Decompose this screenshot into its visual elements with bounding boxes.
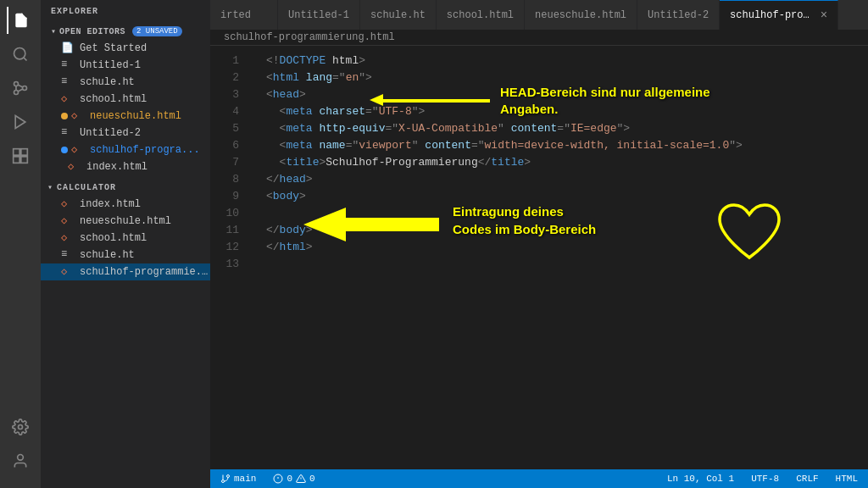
file-name: Untitled-2 [80, 127, 141, 139]
tab-bar: irted Untitled-1 schule.ht school.html n… [210, 0, 868, 30]
cursor-position-item[interactable]: Ln 10, Col 1 [664, 474, 737, 484]
file-name: Untitled-1 [80, 59, 141, 71]
code-line-9: <body> [266, 188, 868, 205]
line-numbers: 1 2 3 4 5 6 7 8 9 10 11 12 13 [210, 46, 253, 469]
encoding-label: UTF-8 [751, 474, 779, 484]
code-line-1: <!DOCTYPE html> [266, 53, 868, 69]
encoding-item[interactable]: UTF-8 [748, 474, 782, 484]
file-name: schulhof-programmie... [80, 266, 210, 278]
source-control-icon[interactable] [7, 75, 34, 102]
line-ending-item[interactable]: CRLF [793, 474, 821, 484]
code-editor[interactable]: 1 2 3 4 5 6 7 8 9 10 11 12 13 <!DOCTYPE … [210, 46, 868, 469]
line-num: 13 [210, 256, 239, 273]
tab-irted[interactable]: irted [210, 0, 278, 30]
list-item[interactable]: ≡ schule.ht [41, 74, 210, 91]
breadcrumb: schulhof-programmierung.html [210, 30, 868, 46]
file-name: index.html [86, 161, 147, 173]
code-content[interactable]: <!DOCTYPE html> <html lang="en"> <head> … [253, 46, 868, 469]
file-name: school.html [80, 93, 147, 105]
warning-icon [296, 474, 306, 484]
tab-schulhof[interactable]: schulhof-programmierung.html × [720, 0, 838, 30]
svg-point-11 [18, 455, 24, 461]
list-item[interactable]: ≡ Untitled-1 [41, 57, 210, 74]
svg-point-10 [19, 425, 23, 430]
code-line-13 [266, 256, 868, 273]
file-name: schule.ht [80, 249, 135, 261]
line-num: 7 [210, 154, 239, 171]
git-icon [220, 474, 231, 484]
tab-label: neueschule.html [535, 9, 626, 21]
svg-rect-7 [21, 149, 28, 156]
tab-schuleh[interactable]: schule.ht [360, 0, 437, 30]
sidebar: EXPLORER ▾ OPEN EDITORS 2 UNSAVED 📄 Get … [41, 0, 210, 488]
file-name: Get Started [80, 42, 147, 54]
list-item[interactable]: ◇ neueschule.html [41, 108, 210, 125]
code-line-3: <head> [266, 86, 868, 103]
list-item[interactable]: ≡ schule.ht [41, 247, 210, 263]
file-name: schule.ht [80, 76, 135, 88]
tab-untitled2[interactable]: Untitled-2 [637, 0, 720, 30]
line-num: 1 [210, 53, 239, 69]
open-editors-tree: 📄 Get Started ≡ Untitled-1 ≡ schule.ht ◇… [41, 40, 210, 175]
language-label: HTML [836, 474, 858, 484]
file-icon: ◇ [61, 231, 75, 245]
debug-icon[interactable] [7, 108, 34, 136]
list-item[interactable]: 📄 Get Started [41, 40, 210, 57]
calculator-tree: ◇ index.html ◇ neueschule.html ◇ school.… [41, 196, 210, 280]
svg-point-2 [14, 82, 19, 86]
files-icon[interactable] [7, 7, 34, 34]
line-num: 3 [210, 86, 239, 103]
open-editors-section[interactable]: ▾ OPEN EDITORS 2 UNSAVED [41, 23, 210, 40]
file-icon: 📄 [61, 42, 75, 55]
svg-rect-9 [21, 157, 28, 164]
svg-rect-8 [14, 157, 20, 164]
svg-point-3 [14, 91, 19, 95]
line-ending-label: CRLF [796, 474, 818, 484]
line-num: 2 [210, 69, 239, 86]
code-line-8: </head> [266, 171, 868, 188]
svg-point-4 [23, 86, 27, 91]
list-item[interactable]: ◇ index.html [41, 158, 210, 175]
list-item[interactable]: ◇ school.html [41, 230, 210, 247]
calculator-section: ▾ CALCULATOR ◇ index.html ◇ neueschule.h… [41, 179, 210, 280]
list-item[interactable]: ◇ school.html [41, 91, 210, 108]
search-icon[interactable] [7, 41, 34, 68]
activity-bar [0, 0, 41, 488]
file-icon: ◇ [61, 92, 75, 106]
git-branch-label: main [234, 474, 256, 484]
file-icon: ◇ [61, 265, 75, 279]
sidebar-title: EXPLORER [41, 0, 210, 23]
tab-untitled1[interactable]: Untitled-1 [278, 0, 360, 30]
language-item[interactable]: HTML [832, 474, 861, 484]
code-line-12: </html> [266, 239, 868, 256]
tab-label: irted [220, 9, 251, 21]
modified-dot-blue [61, 147, 68, 153]
errors-item[interactable]: 0 0 [270, 474, 318, 484]
list-item[interactable]: ◇ neueschule.html [41, 213, 210, 230]
tab-close-icon[interactable]: × [821, 8, 827, 22]
file-icon: ◇ [71, 109, 85, 123]
git-branch-item[interactable]: main [217, 474, 259, 484]
tab-label: schule.ht [370, 9, 426, 21]
tab-schoolhtml[interactable]: school.html [437, 0, 525, 30]
open-editors-label: OPEN EDITORS [59, 27, 125, 36]
calculator-section-header[interactable]: ▾ CALCULATOR [41, 179, 210, 196]
account-icon[interactable] [7, 447, 34, 474]
tab-neueschule[interactable]: neueschule.html [525, 0, 637, 30]
settings-icon[interactable] [7, 413, 34, 441]
tab-label: school.html [447, 9, 514, 21]
extensions-icon[interactable] [7, 142, 34, 169]
line-num: 12 [210, 239, 239, 256]
code-line-2: <html lang="en"> [266, 69, 868, 86]
code-line-11: </body> [266, 222, 868, 239]
list-item[interactable]: ◇ schulhof-programmie... [41, 263, 210, 280]
error-icon [273, 474, 283, 484]
line-num: 10 [210, 205, 239, 222]
list-item[interactable]: ◇ schulhof-progra... [41, 141, 210, 158]
list-item[interactable]: ◇ index.html [41, 196, 210, 213]
code-line-6: <meta name="viewport" content="width=dev… [266, 137, 868, 154]
file-name: schulhof-progra... [90, 144, 200, 156]
code-line-5: <meta http-equiv="X-UA-Compatible" conte… [266, 120, 868, 137]
list-item[interactable]: ≡ Untitled-2 [41, 125, 210, 141]
file-name: neueschule.html [90, 110, 181, 122]
